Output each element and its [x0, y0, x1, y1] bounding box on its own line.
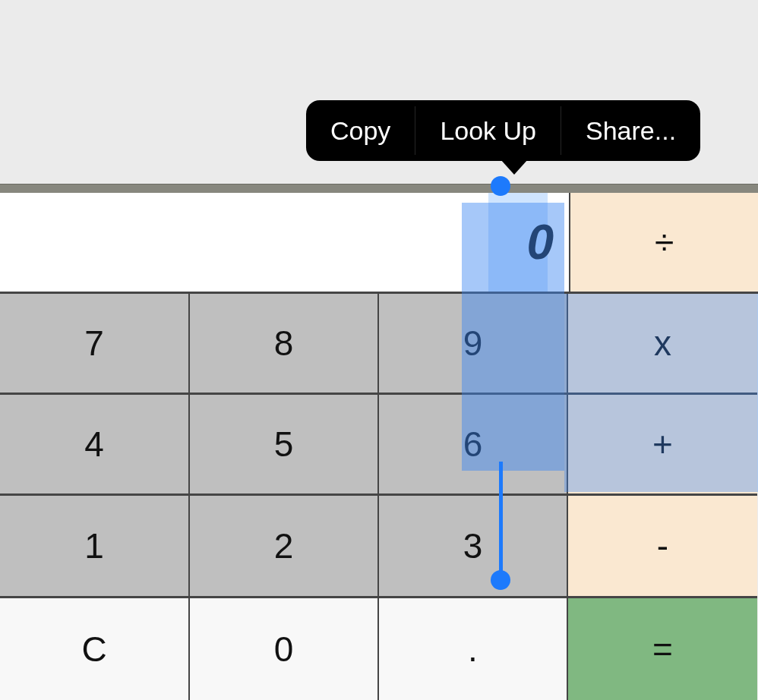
- key-multiply[interactable]: x: [568, 294, 757, 395]
- key-minus[interactable]: -: [568, 496, 757, 598]
- display[interactable]: 0: [0, 193, 569, 292]
- selection-handle-start[interactable]: [491, 176, 510, 196]
- key-decimal[interactable]: .: [379, 598, 568, 700]
- top-divider: [0, 184, 758, 193]
- context-menu[interactable]: Copy Look Up Share...: [306, 100, 700, 161]
- key-6[interactable]: 6: [379, 395, 568, 496]
- display-row: 0 ÷: [0, 193, 758, 292]
- key-3[interactable]: 3: [379, 496, 568, 598]
- context-menu-tail: [501, 159, 528, 175]
- keypad: 7 8 9 x 4 5 6 + 1 2 3 - C 0 . =: [0, 292, 758, 700]
- selection-handle-end[interactable]: [491, 570, 510, 590]
- key-5[interactable]: 5: [190, 395, 379, 496]
- key-plus[interactable]: +: [568, 395, 757, 496]
- key-0[interactable]: 0: [190, 598, 379, 700]
- context-look-up[interactable]: Look Up: [415, 100, 561, 161]
- key-8[interactable]: 8: [190, 294, 379, 395]
- key-4[interactable]: 4: [0, 395, 190, 496]
- key-equals[interactable]: =: [568, 598, 757, 700]
- key-7[interactable]: 7: [0, 294, 190, 395]
- selection-caret: [499, 462, 503, 574]
- key-1[interactable]: 1: [0, 496, 190, 598]
- context-copy[interactable]: Copy: [306, 100, 415, 161]
- key-2[interactable]: 2: [190, 496, 379, 598]
- key-divide[interactable]: ÷: [569, 193, 758, 292]
- context-share[interactable]: Share...: [561, 100, 700, 161]
- key-9[interactable]: 9: [379, 294, 568, 395]
- key-clear[interactable]: C: [0, 598, 190, 700]
- display-value: 0: [519, 214, 569, 270]
